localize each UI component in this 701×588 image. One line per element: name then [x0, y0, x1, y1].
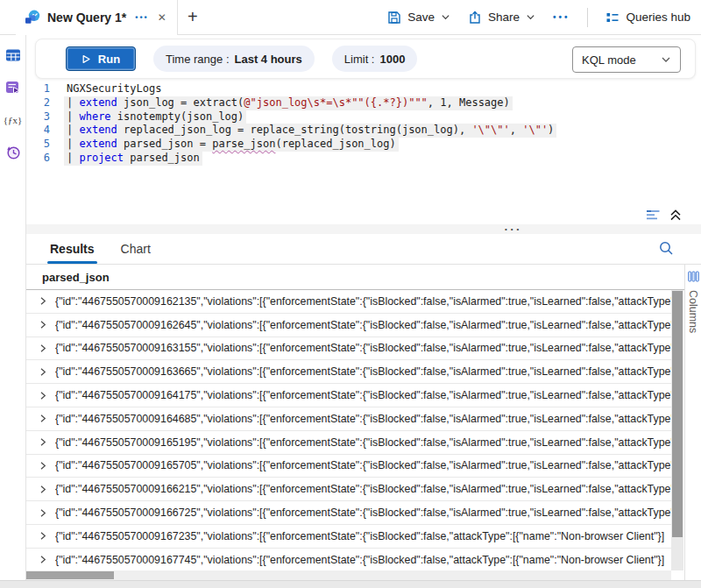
more-options-icon[interactable]: •••	[553, 12, 570, 22]
code-text: | project parsed_json	[64, 152, 202, 166]
row-expand-chevron-icon[interactable]	[39, 320, 47, 329]
table-row[interactable]: {"id":"4467550570009164685","violations"…	[26, 407, 671, 431]
tab-results[interactable]: Results	[50, 242, 95, 264]
editor-panel-controls	[646, 209, 682, 222]
time-range-label: Time range :	[166, 53, 230, 66]
limit-pill[interactable]: Limit : 1000	[332, 46, 418, 72]
table-row[interactable]: {"id":"4467550570009167745","violations"…	[26, 549, 671, 572]
code-text: | extend parsed_json = parse_json(replac…	[64, 138, 399, 152]
queries-hub-button[interactable]: Queries hub	[605, 11, 690, 25]
line-number: 6	[27, 152, 64, 166]
history-icon[interactable]	[5, 145, 21, 160]
play-icon	[81, 54, 91, 64]
panel-splitter[interactable]: •••	[26, 224, 701, 234]
row-json-text: {"id":"4467550570009165705","violations"…	[55, 459, 671, 471]
format-lines-icon[interactable]	[646, 209, 661, 222]
tab-more-icon[interactable]: •••	[135, 13, 148, 22]
row-expand-chevron-icon[interactable]	[39, 367, 47, 377]
query-editor[interactable]: 1NGXSecurityLogs2| extend json_log = ext…	[27, 82, 701, 223]
line-number: 3	[27, 110, 64, 124]
table-row[interactable]: {"id":"4467550570009162135","violations"…	[26, 290, 671, 314]
table-row[interactable]: {"id":"4467550570009163665","violations"…	[26, 360, 671, 384]
row-json-text: {"id":"4467550570009164685","violations"…	[55, 413, 671, 425]
horizontal-scrollbar-thumb[interactable]	[26, 571, 114, 579]
column-header-parsed-json[interactable]: parsed_json	[42, 271, 110, 284]
save-chevron-down-icon	[441, 12, 450, 22]
table-row[interactable]: {"id":"4467550570009167235","violations"…	[26, 525, 671, 549]
line-number: 1	[27, 82, 64, 96]
row-expand-chevron-icon[interactable]	[39, 296, 47, 306]
tab-title: New Query 1*	[47, 11, 126, 25]
editor-line[interactable]: 5| extend parsed_json = parse_json(repla…	[27, 138, 701, 152]
columns-icon[interactable]	[688, 271, 699, 282]
code-text: NGXSecurityLogs	[64, 82, 164, 96]
columns-side-panel: Columns	[684, 265, 701, 580]
kql-mode-value: KQL mode	[582, 53, 636, 67]
divider	[587, 8, 588, 27]
share-chevron-down-icon	[526, 12, 535, 22]
line-number: 5	[27, 138, 64, 152]
row-json-text: {"id":"4467550570009167235","violations"…	[55, 530, 664, 542]
tables-icon[interactable]	[5, 47, 21, 63]
table-row[interactable]: {"id":"4467550570009165195","violations"…	[26, 431, 671, 455]
columns-panel-label[interactable]: Columns	[687, 290, 699, 333]
grid-header-row[interactable]: parsed_json	[26, 265, 701, 290]
share-icon	[468, 11, 482, 25]
vertical-scrollbar[interactable]	[671, 290, 683, 570]
row-json-text: {"id":"4467550570009165195","violations"…	[55, 436, 671, 449]
functions-icon[interactable]: {ƒx}	[5, 112, 21, 128]
row-expand-chevron-icon[interactable]	[39, 531, 47, 541]
table-row[interactable]: {"id":"4467550570009163155","violations"…	[26, 337, 671, 361]
results-tabs-row: Results Chart	[26, 234, 701, 265]
vertical-scrollbar-thumb[interactable]	[672, 291, 683, 537]
run-button[interactable]: Run	[66, 46, 136, 71]
row-expand-chevron-icon[interactable]	[39, 485, 47, 494]
editor-line[interactable]: 4| extend replaced_json_log = replace_st…	[27, 124, 701, 138]
time-range-pill[interactable]: Time range : Last 4 hours	[153, 46, 315, 72]
row-expand-chevron-icon[interactable]	[39, 555, 47, 564]
editor-line[interactable]: 1NGXSecurityLogs	[27, 82, 701, 96]
row-expand-chevron-icon[interactable]	[39, 344, 47, 353]
query-editor-icon[interactable]	[5, 80, 21, 96]
table-row[interactable]: {"id":"4467550570009164175","violations"…	[26, 384, 671, 407]
row-json-text: {"id":"4467550570009166215","violations"…	[55, 483, 671, 495]
row-expand-chevron-icon[interactable]	[39, 461, 47, 471]
row-json-text: {"id":"4467550570009162135","violations"…	[55, 295, 671, 308]
results-rows: {"id":"4467550570009162135","violations"…	[26, 290, 671, 572]
new-tab-button[interactable]: +	[178, 0, 208, 35]
search-icon[interactable]	[658, 240, 675, 260]
mode-chevron-down-icon	[661, 54, 671, 65]
share-button[interactable]: Share	[468, 11, 535, 25]
editor-line[interactable]: 2| extend json_log = extract(@"json_log\…	[27, 96, 701, 110]
table-row[interactable]: {"id":"4467550570009166215","violations"…	[26, 478, 671, 501]
results-panel: Results Chart parsed_json {"id":"4467550…	[26, 234, 701, 588]
line-number: 4	[27, 124, 64, 138]
code-text: | extend json_log = extract(@"json_log\s…	[64, 96, 513, 110]
save-button[interactable]: Save	[387, 11, 450, 25]
share-label: Share	[488, 11, 520, 24]
time-range-value: Last 4 hours	[235, 53, 302, 66]
tab-chart[interactable]: Chart	[121, 242, 151, 264]
row-json-text: {"id":"4467550570009162645","violations"…	[55, 319, 671, 331]
limit-label: Limit :	[344, 53, 375, 66]
splitter-handle-icon[interactable]: •••	[505, 225, 522, 233]
row-expand-chevron-icon[interactable]	[39, 437, 47, 447]
line-number: 2	[27, 96, 64, 110]
editor-line[interactable]: 3| where isnotempty(json_log)	[27, 110, 701, 124]
horizontal-scrollbar[interactable]	[26, 570, 671, 580]
row-expand-chevron-icon[interactable]	[39, 414, 47, 423]
table-row[interactable]: {"id":"4467550570009165705","violations"…	[26, 455, 671, 478]
query-tab[interactable]: New Query 1* ••• ✕	[16, 0, 178, 35]
table-row[interactable]: {"id":"4467550570009166725","violations"…	[26, 501, 671, 525]
adx-app-icon	[25, 10, 40, 25]
editor-line[interactable]: 6| project parsed_json	[27, 152, 701, 166]
collapse-editor-icon[interactable]	[669, 209, 682, 222]
row-json-text: {"id":"4467550570009164175","violations"…	[55, 389, 671, 401]
row-expand-chevron-icon[interactable]	[39, 508, 47, 518]
kql-mode-select[interactable]: KQL mode	[572, 46, 681, 73]
table-row[interactable]: {"id":"4467550570009162645","violations"…	[26, 314, 671, 337]
row-expand-chevron-icon[interactable]	[39, 391, 47, 400]
top-actions: Save Share •••	[387, 8, 701, 27]
tab-close-icon[interactable]: ✕	[158, 11, 166, 24]
row-json-text: {"id":"4467550570009167745","violations"…	[55, 554, 664, 566]
